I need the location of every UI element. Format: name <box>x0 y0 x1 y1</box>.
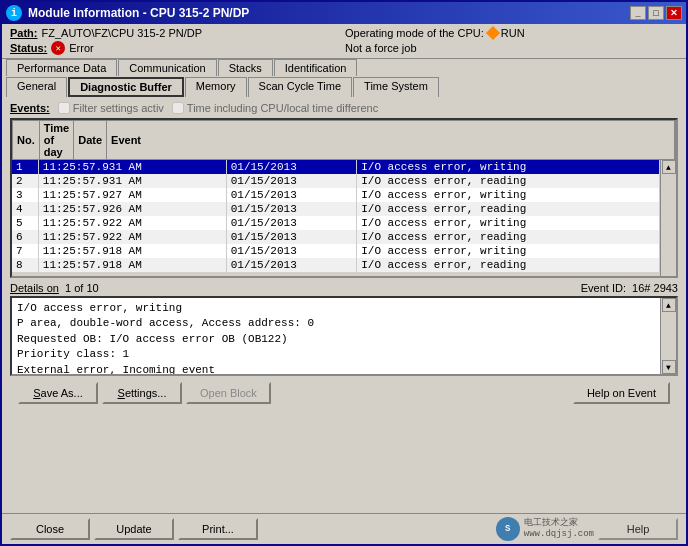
update-label: Update <box>116 523 151 535</box>
operating-mode-row: Operating mode of the CPU: RUN <box>345 27 678 39</box>
cell-no: 2 <box>12 174 38 188</box>
table-scrollbar[interactable]: ▲ ▼ <box>660 160 676 278</box>
watermark-text: 电工技术之家 www.dqjsj.com <box>524 518 594 540</box>
content-area: Events: Filter settings activ Time inclu… <box>2 98 686 513</box>
table-row[interactable]: 311:25:57.927 AM01/15/2013I/O access err… <box>12 188 676 202</box>
events-table-container: No. Time of day Date Event 111:25:57.931… <box>10 118 678 278</box>
open-block-button[interactable]: Open Block <box>186 382 271 404</box>
detail-line: I/O access error, writing <box>17 301 671 316</box>
cell-date: 01/15/2013 <box>226 174 357 188</box>
cell-event: I/O access error, reading <box>357 174 660 188</box>
help-button[interactable]: Help <box>598 518 678 540</box>
table-header-row: No. Time of day Date Event <box>13 121 676 160</box>
open-block-label: Open Block <box>200 387 257 399</box>
close-button[interactable]: Close <box>10 518 90 540</box>
events-label: Events: <box>10 102 50 114</box>
event-id-label: Event ID: <box>581 282 626 294</box>
scroll-up-arrow[interactable]: ▲ <box>662 160 676 174</box>
details-scroll-down[interactable]: ▼ <box>662 360 676 374</box>
tab-stacks[interactable]: Stacks <box>218 59 273 76</box>
tab-general[interactable]: General <box>6 77 67 97</box>
cell-time: 11:25:57.931 AM <box>38 160 226 174</box>
cell-date: 01/15/2013 <box>226 216 357 230</box>
watermark-icon: S <box>496 517 520 541</box>
update-button[interactable]: Update <box>94 518 174 540</box>
cell-date: 01/15/2013 <box>226 188 357 202</box>
close-label: Close <box>36 523 64 535</box>
maximize-button[interactable]: □ <box>648 6 664 20</box>
table-row[interactable]: 611:25:57.922 AM01/15/2013I/O access err… <box>12 230 676 244</box>
path-label: Path: <box>10 27 38 39</box>
table-row[interactable]: 811:25:57.918 AM01/15/2013I/O access err… <box>12 258 676 272</box>
title-buttons: _ □ ✕ <box>630 6 682 20</box>
help-on-event-label: Help on Event <box>587 387 656 399</box>
details-scrollbar[interactable]: ▲ ▼ <box>660 298 676 374</box>
table-row[interactable]: 711:25:57.918 AM01/15/2013I/O access err… <box>12 244 676 258</box>
cell-time: 11:25:57.922 AM <box>38 216 226 230</box>
cell-date: 01/15/2013 <box>226 202 357 216</box>
details-section: Details on 1 of 10 Event ID: 16# 2943 I/… <box>10 282 678 376</box>
details-box: I/O access error, writingP area, double-… <box>10 296 678 376</box>
tab-memory[interactable]: Memory <box>185 77 247 97</box>
cell-time: 11:25:57.931 AM <box>38 174 226 188</box>
help-on-event-button[interactable]: Help on Event <box>573 382 670 404</box>
cell-event: I/O access error, writing <box>357 160 660 174</box>
details-scroll-thumb[interactable] <box>662 312 676 360</box>
window-title: Module Information - CPU 315-2 PN/DP <box>28 6 630 20</box>
cell-date: 01/15/2013 <box>226 160 357 174</box>
tab-identification[interactable]: Identification <box>274 59 358 76</box>
tabs-container: Performance Data Communication Stacks Id… <box>2 59 686 98</box>
time-label: Time including CPU/local time differenc <box>187 102 378 114</box>
minimize-button[interactable]: _ <box>630 6 646 20</box>
event-id-value: 16# 2943 <box>632 282 678 294</box>
table-row[interactable]: 411:25:57.926 AM01/15/2013I/O access err… <box>12 202 676 216</box>
title-bar: i Module Information - CPU 315-2 PN/DP _… <box>2 2 686 24</box>
cell-no: 3 <box>12 188 38 202</box>
col-time: Time of day <box>39 121 73 160</box>
cell-event: I/O access error, reading <box>357 230 660 244</box>
table-row[interactable]: 111:25:57.931 AM01/15/2013I/O access err… <box>12 160 676 174</box>
filter-checkbox[interactable] <box>58 102 70 114</box>
path-value: FZ_AUTO\FZ\CPU 315-2 PN/DP <box>42 27 203 39</box>
event-id-section: Event ID: 16# 2943 <box>581 282 678 294</box>
status-value: Error <box>69 42 93 54</box>
table-row[interactable]: 211:25:57.931 AM01/15/2013I/O access err… <box>12 174 676 188</box>
footer-bar: Close Update Print... S 电工技术之家 www.dqjsj… <box>2 513 686 544</box>
status-row: Status: ✕ Error <box>10 41 343 55</box>
cell-no: 7 <box>12 244 38 258</box>
save-as-button[interactable]: Save As... <box>18 382 98 404</box>
table-row[interactable]: 511:25:57.922 AM01/15/2013I/O access err… <box>12 216 676 230</box>
time-checkbox[interactable] <box>172 102 184 114</box>
time-checkbox-item: Time including CPU/local time differenc <box>172 102 378 114</box>
details-scroll-up[interactable]: ▲ <box>662 298 676 312</box>
action-buttons: Save As... Settings... Open Block Help o… <box>10 380 678 406</box>
watermark-line1: 电工技术之家 <box>524 518 594 529</box>
tab-row-2: General Diagnostic Buffer Memory Scan Cy… <box>6 77 682 97</box>
details-header: Details on 1 of 10 Event ID: 16# 2943 <box>10 282 678 294</box>
tab-diagnostic-buffer[interactable]: Diagnostic Buffer <box>68 77 184 97</box>
tab-scan-cycle-time[interactable]: Scan Cycle Time <box>248 77 353 97</box>
settings-label: Settings... <box>118 387 167 399</box>
info-bar: Path: FZ_AUTO\FZ\CPU 315-2 PN/DP Operati… <box>2 24 686 59</box>
tab-time-system[interactable]: Time System <box>353 77 439 97</box>
cell-date: 01/15/2013 <box>226 258 357 272</box>
print-button[interactable]: Print... <box>178 518 258 540</box>
filter-label: Filter settings activ <box>73 102 164 114</box>
path-row: Path: FZ_AUTO\FZ\CPU 315-2 PN/DP <box>10 27 343 39</box>
tab-communication[interactable]: Communication <box>118 59 216 76</box>
detail-line: P area, double-word access, Access addre… <box>17 316 671 331</box>
col-date: Date <box>74 121 107 160</box>
tab-performance-data[interactable]: Performance Data <box>6 59 117 76</box>
scroll-header <box>675 121 676 160</box>
watermark-line2: www.dqjsj.com <box>524 529 594 540</box>
scroll-thumb[interactable] <box>662 174 676 278</box>
main-window: i Module Information - CPU 315-2 PN/DP _… <box>0 0 688 546</box>
cell-time: 11:25:57.927 AM <box>38 188 226 202</box>
close-title-button[interactable]: ✕ <box>666 6 682 20</box>
cell-event: I/O access error, writing <box>357 188 660 202</box>
save-as-label: Save As... <box>33 387 83 399</box>
settings-button[interactable]: Settings... <box>102 382 182 404</box>
run-diamond-icon <box>486 26 500 40</box>
watermark: S 电工技术之家 www.dqjsj.com Help <box>496 517 678 541</box>
print-label: Print... <box>202 523 234 535</box>
